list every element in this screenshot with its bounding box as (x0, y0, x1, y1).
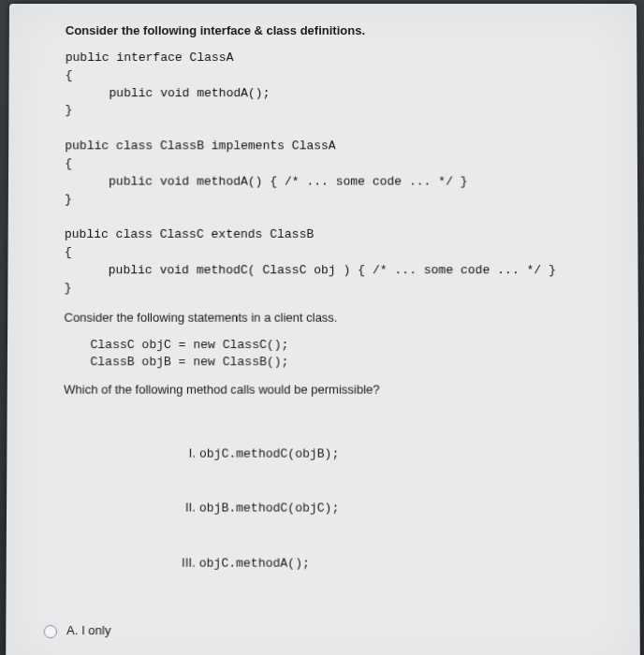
roman-iii-code: objC.methodA(); (199, 556, 310, 570)
question-text: Which of the following method calls woul… (64, 382, 612, 400)
roman-ii-num: II. (177, 500, 196, 517)
roman-i-num: I. (177, 444, 196, 462)
prompt-intro: Consider the following interface & class… (66, 22, 610, 40)
roman-list: I.objC.methodC(objB); II.objB.methodC(ob… (176, 409, 613, 609)
prompt-statements: Consider the following statements in a c… (64, 309, 611, 327)
roman-i-code: objC.methodC(objB); (199, 446, 339, 460)
code-definitions: public interface ClassA { public void me… (65, 50, 612, 298)
question-sheet: Consider the following interface & class… (6, 4, 640, 655)
client-statements: ClassC objC = new ClassC(); ClassB objB … (90, 336, 612, 371)
option-a[interactable]: A. I only (44, 622, 614, 640)
option-a-label: A. I only (66, 622, 111, 640)
roman-iii-num: III. (176, 554, 195, 572)
answer-options: A. I only B. II only C. III only D. II a… (43, 622, 614, 655)
roman-ii-code: objB.methodC(objC); (199, 502, 340, 516)
radio-icon (44, 625, 57, 638)
